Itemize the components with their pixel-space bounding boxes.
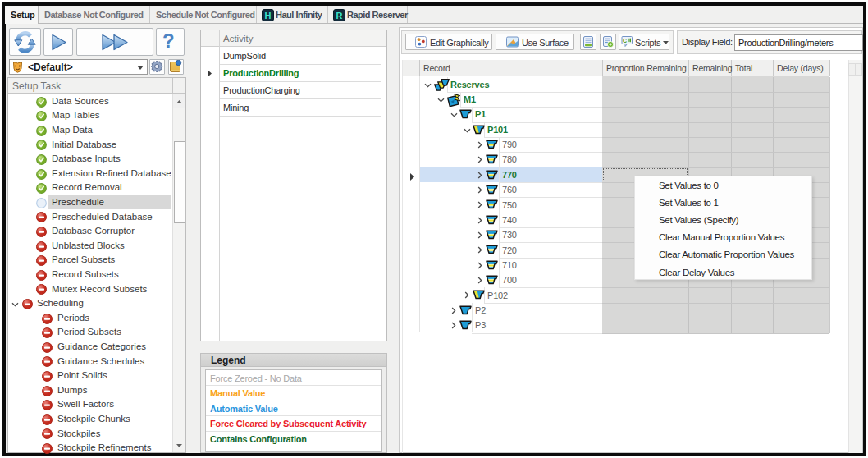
svg-text:R: R <box>336 11 343 21</box>
svg-text:C: C <box>623 38 627 44</box>
svg-text:H: H <box>265 11 272 21</box>
